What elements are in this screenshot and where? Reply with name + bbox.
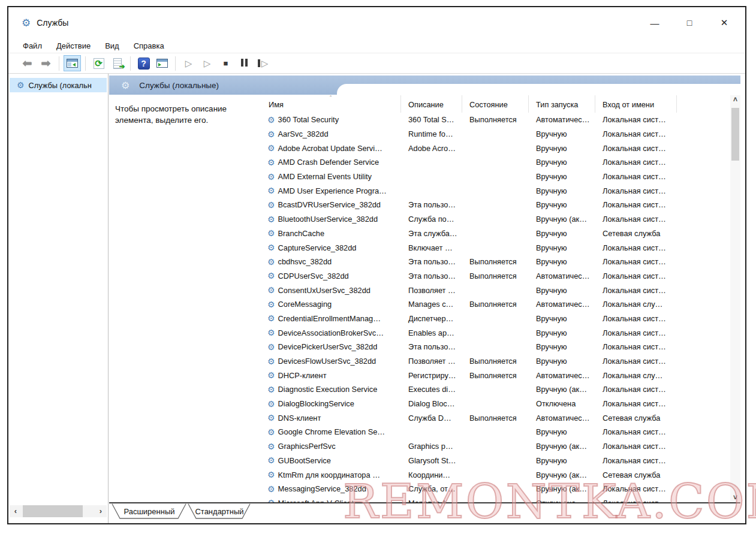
column-header-startup-type[interactable]: Тип запуска (529, 95, 595, 113)
table-row[interactable]: ⚙DialogBlockingService Dialog Bloc… Откл… (261, 397, 730, 411)
table-row[interactable]: ⚙DeviceAssociationBrokerSvc… Enables ap…… (261, 325, 730, 340)
gear-icon: ⚙ (267, 455, 275, 465)
tab-extended-label[interactable]: Расширенный (124, 507, 174, 516)
service-name: ConsentUxUserSvc_382dd (278, 286, 371, 295)
console-tree-panel: ⚙ Службы (локальн ‹ › (8, 74, 109, 523)
service-description: Manages A… (401, 499, 462, 502)
table-row[interactable]: ⚙Adobe Acrobat Update Servi… Adobe Acro…… (261, 141, 730, 155)
properties-button[interactable] (153, 55, 171, 71)
scroll-right-icon[interactable]: › (95, 505, 107, 517)
stop-icon: ■ (224, 59, 228, 67)
service-startup-type: Вручную (529, 243, 595, 252)
service-logon-as: Локальная слу… (595, 300, 677, 309)
refresh-icon: ⟳ (94, 58, 104, 69)
table-row[interactable]: ⚙DevicesFlowUserSvc_382dd Позволяет … Вы… (261, 354, 730, 369)
close-button[interactable]: ✕ (707, 17, 742, 28)
minimize-button[interactable]: — (637, 18, 672, 28)
help-button[interactable]: ? (135, 55, 152, 71)
service-description: Позволяет … (401, 357, 462, 366)
menu-file[interactable]: Файл (23, 41, 42, 50)
table-row[interactable]: ⚙Diagnostic Execution Service Executes d… (261, 382, 730, 397)
back-button[interactable]: ⬅ (19, 55, 36, 71)
tab-standard-label[interactable]: Стандартный (195, 507, 243, 516)
service-startup-type: Автоматичес… (529, 414, 595, 423)
play-icon: ▷ (204, 59, 211, 68)
gear-icon: ⚙ (267, 427, 275, 437)
service-description: Runtime fo… (401, 129, 462, 138)
table-row[interactable]: ⚙Microsoft App-V Client Manages A… Отклю… (261, 496, 730, 502)
maximize-button[interactable]: □ (672, 18, 707, 28)
table-row[interactable]: ⚙CaptureService_382dd Включает … Вручную… (261, 240, 730, 255)
scroll-down-icon[interactable]: ˅ (733, 493, 737, 502)
start-service-button[interactable]: ▷ (180, 55, 197, 71)
menu-view[interactable]: Вид (105, 41, 119, 50)
gear-icon: ⚙ (267, 285, 275, 295)
gear-icon: ⚙ (267, 228, 275, 238)
service-startup-type: Вручную (ак… (529, 484, 595, 493)
service-startup-type: Вручную (529, 427, 595, 436)
table-row[interactable]: ⚙360 Total Security 360 Total S… Выполня… (261, 113, 730, 127)
vertical-scrollbar[interactable]: ˄ ˅ (730, 95, 740, 502)
service-startup-type: Вручную (529, 144, 595, 153)
scrollbar-thumb[interactable] (23, 505, 83, 517)
table-row[interactable]: ⚙BcastDVRUserService_382dd Эта пользо… В… (261, 198, 730, 212)
table-row[interactable]: ⚙GUBootService Glarysoft St… Вручную Лок… (261, 454, 730, 468)
table-row[interactable]: ⚙CDPUserSvc_382dd Эта пользо… Выполняетс… (261, 269, 730, 283)
service-startup-type: Вручную (ак… (529, 215, 595, 224)
table-row[interactable]: ⚙AMD External Events Utility Вручную Лок… (261, 170, 730, 184)
service-name: BcastDVRUserService_382dd (278, 200, 381, 209)
gear-icon: ⚙ (267, 385, 275, 394)
scrollbar-thumb[interactable] (731, 108, 739, 161)
service-description: Служба по… (401, 215, 462, 224)
table-row[interactable]: ⚙MessagingService_382dd Служба, от… Вруч… (261, 482, 730, 496)
list-header: ˆ Имя Описание Состояние Тип запуска Вхо… (261, 95, 740, 113)
forward-button[interactable]: ➡ (37, 55, 55, 71)
service-logon-as: Локальная сист… (595, 427, 677, 436)
horizontal-scrollbar[interactable]: ‹ › (10, 505, 107, 517)
table-row[interactable]: ⚙BluetoothUserService_382dd Служба по… В… (261, 212, 730, 227)
show-console-tree-button[interactable] (64, 55, 81, 71)
table-row[interactable]: ⚙DevicePickerUserSvc_382dd Эта пользо… В… (261, 340, 730, 354)
column-header-status[interactable]: Состояние (462, 95, 529, 113)
gear-icon: ⚙ (267, 115, 275, 125)
column-header-logon-as[interactable]: Вход от имени (595, 95, 677, 113)
table-row[interactable]: ⚙BranchCache Эта служба… Вручную Сетевая… (261, 227, 730, 241)
resume-service-button[interactable]: ▷ (198, 55, 216, 71)
gear-icon: ⚙ (267, 186, 275, 195)
table-row[interactable]: ⚙CoreMessaging Manages c… Выполняется Ав… (261, 297, 730, 312)
service-name: MessagingService_382dd (278, 484, 366, 493)
service-logon-as: Локальная сист… (595, 499, 677, 502)
service-description: Graphics p… (401, 442, 462, 451)
gear-icon: ⚙ (267, 271, 275, 280)
scroll-up-icon[interactable]: ˄ (733, 95, 737, 104)
service-name: Diagnostic Execution Service (278, 385, 378, 394)
service-name: Adobe Acrobat Update Servi… (278, 144, 382, 153)
tree-item-services-local[interactable]: ⚙ Службы (локальн (10, 78, 107, 92)
menu-action[interactable]: Действие (56, 41, 91, 50)
column-header-description[interactable]: Описание (401, 95, 462, 113)
table-row[interactable]: ⚙Google Chrome Elevation Se… Вручную Лок… (261, 425, 730, 439)
service-startup-type: Вручную (529, 286, 595, 295)
table-row[interactable]: ⚙DNS-клиент Служба D… Выполняется Автома… (261, 411, 730, 425)
service-startup-type: Вручную (529, 257, 595, 266)
scroll-left-icon[interactable]: ‹ (10, 505, 22, 517)
table-row[interactable]: ⚙DHCP-клиент Регистриру… Выполняется Авт… (261, 368, 730, 382)
table-row[interactable]: ⚙GraphicsPerfSvc Graphics p… Вручную (ак… (261, 439, 730, 454)
pause-service-button[interactable] (236, 55, 253, 71)
table-row[interactable]: ⚙ConsentUxUserSvc_382dd Позволяет … Вруч… (261, 283, 730, 297)
table-row[interactable]: ⚙cbdhsvc_382dd Эта пользо… Выполняется В… (261, 255, 730, 269)
table-row[interactable]: ⚙AarSvc_382dd Runtime fo… Вручную Локаль… (261, 127, 730, 141)
service-name: DevicesFlowUserSvc_382dd (278, 357, 377, 366)
service-description: Эта пользо… (401, 257, 462, 266)
export-list-button[interactable]: ➜ (109, 55, 126, 71)
menu-help[interactable]: Справка (134, 41, 164, 50)
table-row[interactable]: ⚙AMD User Experience Progra… Вручную Лок… (261, 183, 730, 198)
services-header-band: ⚙ Службы (локальные) (109, 76, 740, 95)
table-row[interactable]: ⚙CredentialEnrollmentManag… Диспетчер… В… (261, 312, 730, 326)
service-name: 360 Total Security (278, 115, 339, 124)
table-row[interactable]: ⚙AMD Crash Defender Service Вручную Лока… (261, 155, 730, 170)
stop-service-button[interactable]: ■ (217, 55, 234, 71)
restart-service-button[interactable]: ▷ (254, 55, 272, 71)
refresh-button[interactable]: ⟳ (90, 55, 107, 71)
table-row[interactable]: ⚙KtmRm для координатора … Координи… Вруч… (261, 467, 730, 482)
